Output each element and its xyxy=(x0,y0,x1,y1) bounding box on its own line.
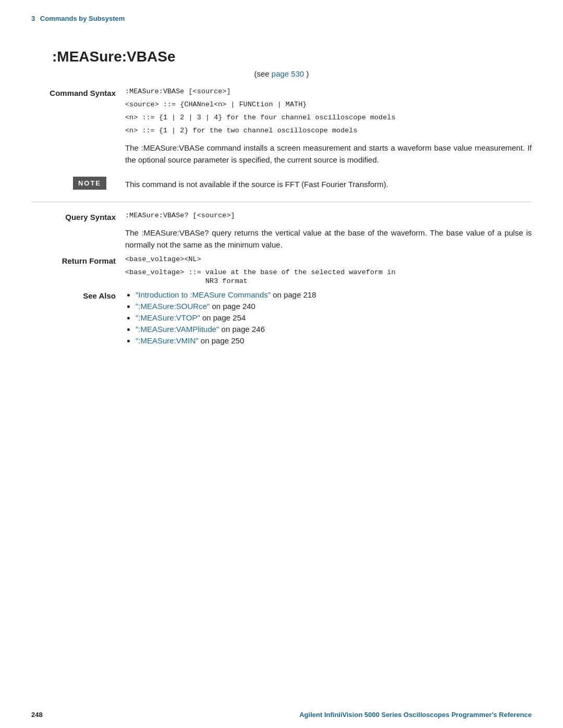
return-line-3: NR3 format xyxy=(125,277,532,285)
chapter-num: 3 xyxy=(31,15,35,22)
note-text: This command is not available if the sou… xyxy=(125,177,388,191)
divider xyxy=(31,202,532,202)
see-page-ref: (see page 530 ) xyxy=(31,69,532,78)
see-also-page-1: on page 218 xyxy=(271,290,316,299)
return-format-content: <base_voltage><NL> <base_voltage> ::= va… xyxy=(125,255,532,286)
command-syntax-label: Command Syntax xyxy=(31,88,125,97)
command-syntax-description: The :MEASure:VBASe command installs a sc… xyxy=(125,142,532,166)
see-also-list: "Introduction to :MEASure Commands" on p… xyxy=(125,290,532,345)
footer-page-number: 248 xyxy=(31,711,43,719)
see-also-link-5[interactable]: ":MEASure:VMIN" xyxy=(136,336,199,345)
return-format-section: Return Format <base_voltage><NL> <base_v… xyxy=(31,255,532,286)
see-also-page-3: on page 254 xyxy=(200,313,246,322)
see-also-section: See Also "Introduction to :MEASure Comma… xyxy=(31,290,532,348)
see-also-label: See Also xyxy=(31,290,125,300)
see-also-link-3[interactable]: ":MEASure:VTOP" xyxy=(136,313,200,322)
page-title: :MEASure:VBASe xyxy=(52,48,532,65)
query-syntax-label: Query Syntax xyxy=(31,212,125,221)
breadcrumb: 3 Commands by Subsystem xyxy=(0,0,563,22)
see-page-text: (see xyxy=(254,69,269,78)
code-line-3: <n> ::= {1 | 2 | 3 | 4} for the four cha… xyxy=(125,114,532,121)
main-content: :MEASure:VBASe (see page 530 ) Command S… xyxy=(0,22,563,383)
return-line-2: <base_voltage> ::= value at the base of … xyxy=(125,268,532,276)
code-line-1: :MEASure:VBASe [<source>] xyxy=(125,88,532,95)
list-item: ":MEASure:VAMPlitude" on page 246 xyxy=(136,325,532,334)
see-also-content: "Introduction to :MEASure Commands" on p… xyxy=(125,290,532,348)
note-section: NOTE This command is not available if th… xyxy=(31,177,532,191)
see-also-link-4[interactable]: ":MEASure:VAMPlitude" xyxy=(136,325,219,334)
return-line-1: <base_voltage><NL> xyxy=(125,255,532,263)
see-also-page-2: on page 240 xyxy=(210,302,255,311)
page-footer: 248 Agilent InfiniiVision 5000 Series Os… xyxy=(0,711,563,719)
code-line-2: <source> ::= {CHANnel<n> | FUNCtion | MA… xyxy=(125,101,532,108)
command-syntax-code: :MEASure:VBASe [<source>] <source> ::= {… xyxy=(125,88,532,134)
chapter-title: Commands by Subsystem xyxy=(40,15,125,22)
see-also-page-4: on page 246 xyxy=(219,325,265,334)
list-item: ":MEASure:VTOP" on page 254 xyxy=(136,313,532,322)
page-wrapper: 3 Commands by Subsystem :MEASure:VBASe (… xyxy=(0,0,563,728)
command-syntax-section: Command Syntax :MEASure:VBASe [<source>]… xyxy=(31,88,532,166)
command-syntax-content: :MEASure:VBASe [<source>] <source> ::= {… xyxy=(125,88,532,166)
see-also-link-1[interactable]: "Introduction to :MEASure Commands" xyxy=(136,290,271,299)
list-item: ":MEASure:VMIN" on page 250 xyxy=(136,336,532,345)
list-item: ":MEASure:SOURce" on page 240 xyxy=(136,302,532,311)
see-page-link[interactable]: page 530 xyxy=(272,69,304,78)
list-item: "Introduction to :MEASure Commands" on p… xyxy=(136,290,532,299)
code-line-4: <n> ::= {1 | 2} for the two channel osci… xyxy=(125,127,532,134)
see-also-page-5: on page 250 xyxy=(199,336,244,345)
query-syntax-content: :MEASure:VBASe? [<source>] The :MEASure:… xyxy=(125,212,532,251)
see-also-link-2[interactable]: ":MEASure:SOURce" xyxy=(136,302,210,311)
query-syntax-line: :MEASure:VBASe? [<source>] xyxy=(125,212,532,219)
query-syntax-section: Query Syntax :MEASure:VBASe? [<source>] … xyxy=(31,212,532,251)
query-syntax-description: The :MEASure:VBASe? query returns the ve… xyxy=(125,227,532,251)
footer-doc-title: Agilent InfiniiVision 5000 Series Oscill… xyxy=(299,711,532,719)
return-format-label: Return Format xyxy=(31,255,125,265)
note-label: NOTE xyxy=(73,177,106,190)
